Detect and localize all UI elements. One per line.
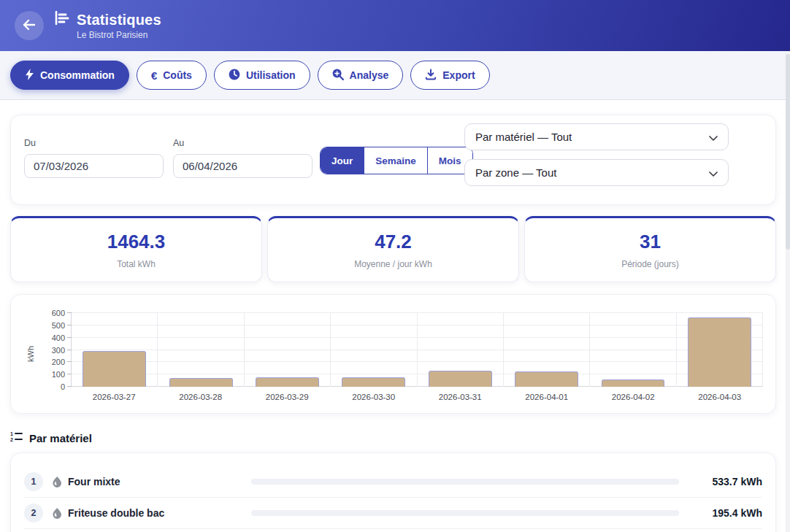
- bar-chart: kWh 0100200300400500600 2026-03-272026-0…: [33, 313, 763, 401]
- statistics-page: Statistiques Le Bistrot Parisien Consomm…: [0, 0, 790, 532]
- download-icon: [425, 69, 437, 82]
- chart-bar[interactable]: [688, 317, 751, 387]
- consumption-value: 195.4 kWh: [695, 507, 762, 519]
- chart-columns: [72, 313, 763, 387]
- tab-couts[interactable]: € Coûts: [137, 61, 207, 90]
- breakdown-row[interactable]: 2 Friteuse double bac 195.4 kWh: [24, 498, 762, 529]
- flame-icon: [52, 477, 62, 487]
- x-tick-label: 2026-04-02: [590, 393, 677, 401]
- material-select[interactable]: Par matériel — Tout: [464, 123, 729, 150]
- chart-main: 2026-03-272026-03-282026-03-292026-03-30…: [71, 313, 763, 401]
- chart-bar[interactable]: [342, 377, 405, 387]
- toggle-semaine[interactable]: Semaine: [364, 147, 427, 174]
- tab-bar: Consommation € Coûts Utilisation: [0, 51, 790, 100]
- toggle-jour[interactable]: Jour: [321, 147, 364, 174]
- chart-bar[interactable]: [429, 371, 492, 387]
- stat-label: Période (jours): [621, 259, 679, 269]
- page-scrollbar[interactable]: [786, 51, 790, 532]
- arrow-left-icon: [23, 19, 36, 33]
- date-from-input[interactable]: [24, 154, 164, 178]
- y-tick-label: 200: [52, 358, 65, 366]
- chart-plot: [71, 313, 763, 387]
- y-tick-label: 100: [52, 370, 65, 379]
- date-to-input[interactable]: [173, 154, 312, 178]
- stat-value: 47.2: [375, 231, 412, 253]
- zone-select-value: Par zone — Tout: [475, 166, 556, 179]
- x-tick-label: 2026-03-30: [331, 393, 418, 401]
- back-button[interactable]: [15, 11, 44, 40]
- stats-icon: [54, 11, 70, 28]
- equipment-name: Four mixte: [68, 476, 251, 487]
- stat-value: 31: [640, 231, 661, 253]
- svg-text:2: 2: [10, 437, 13, 442]
- equipment-name: Friteuse double bac: [68, 507, 251, 519]
- tab-utilisation[interactable]: Utilisation: [214, 61, 310, 90]
- stat-card-average: 47.2 Moyenne / jour kWh: [267, 216, 519, 282]
- tab-analyse[interactable]: Analyse: [318, 61, 404, 90]
- chart-column: [677, 313, 763, 387]
- zoom-in-icon: [332, 69, 344, 82]
- restaurant-name: Le Bistrot Parisien: [77, 30, 161, 40]
- x-tick-label: 2026-03-27: [71, 393, 158, 401]
- tab-consommation[interactable]: Consommation: [10, 61, 129, 90]
- breakdown-row[interactable]: 1 Four mixte 533.7 kWh: [24, 466, 762, 498]
- x-tick-label: 2026-03-31: [417, 393, 504, 401]
- chevron-down-icon: [709, 131, 718, 143]
- consumption-bar-track: [251, 510, 679, 516]
- x-tick-label: 2026-04-01: [504, 393, 591, 401]
- chart-column: [158, 313, 244, 387]
- material-select-value: Par matériel — Tout: [475, 131, 572, 143]
- y-tick-label: 500: [52, 321, 65, 330]
- chart-column: [418, 313, 504, 387]
- consumption-bar-track: [251, 479, 679, 485]
- tab-export[interactable]: Export: [410, 61, 489, 90]
- tab-label: Analyse: [350, 69, 389, 81]
- y-tick-label: 300: [52, 346, 65, 355]
- stat-label: Total kWh: [117, 259, 156, 269]
- scrollbar-thumb[interactable]: [786, 54, 790, 250]
- chart-bar[interactable]: [515, 371, 578, 387]
- y-tick-label: 0: [61, 382, 65, 391]
- tab-label: Coûts: [163, 69, 192, 81]
- stat-value: 1464.3: [107, 231, 166, 253]
- svg-text:1: 1: [10, 431, 13, 436]
- chevron-down-icon: [709, 166, 718, 179]
- stat-label: Moyenne / jour kWh: [354, 259, 432, 269]
- chart-column: [331, 313, 417, 387]
- granularity-toggle: Jour Semaine Mois: [320, 147, 473, 174]
- y-tick-label: 400: [52, 334, 65, 342]
- filters-panel: Du Au Jour Semaine Mois Par matériel — T…: [10, 115, 776, 205]
- y-axis-title: kWh: [33, 313, 45, 401]
- chart-bar[interactable]: [83, 351, 146, 387]
- tab-label: Export: [442, 69, 475, 81]
- date-to-label: Au: [173, 138, 184, 148]
- stat-card-period: 31 Période (jours): [524, 216, 776, 282]
- consumption-value: 533.7 kWh: [695, 476, 762, 487]
- chart-bar[interactable]: [256, 377, 319, 387]
- rank-badge: 2: [24, 504, 43, 523]
- stat-card-total: 1464.3 Total kWh: [10, 216, 262, 282]
- chart-column: [245, 313, 331, 387]
- numbered-list-icon: 1 2: [10, 431, 23, 445]
- date-from-label: Du: [24, 138, 36, 148]
- breakdown-title: Par matériel: [29, 432, 92, 444]
- chart-column: [590, 313, 676, 387]
- breakdown-list: 1 Four mixte 533.7 kWh 2 Friteuse double…: [10, 452, 776, 532]
- zone-select[interactable]: Par zone — Tout: [464, 159, 729, 186]
- y-tick-label: 600: [52, 309, 65, 317]
- tab-label: Consommation: [40, 69, 115, 81]
- chart-column: [504, 313, 590, 387]
- bolt-icon: [25, 69, 34, 82]
- euro-icon: €: [151, 70, 157, 81]
- consumption-chart-card: kWh 0100200300400500600 2026-03-272026-0…: [10, 294, 776, 414]
- chart-bar[interactable]: [169, 378, 233, 387]
- header-titles: Statistiques Le Bistrot Parisien: [54, 11, 161, 40]
- page-title: Statistiques: [77, 12, 161, 28]
- breakdown-header: 1 2 Par matériel: [10, 431, 92, 445]
- app-header: Statistiques Le Bistrot Parisien: [0, 0, 790, 51]
- chart-bar[interactable]: [602, 379, 665, 387]
- x-tick-label: 2026-03-28: [158, 393, 245, 401]
- x-tick-label: 2026-03-29: [244, 393, 331, 401]
- chart-column: [72, 313, 158, 387]
- clock-icon: [229, 69, 240, 82]
